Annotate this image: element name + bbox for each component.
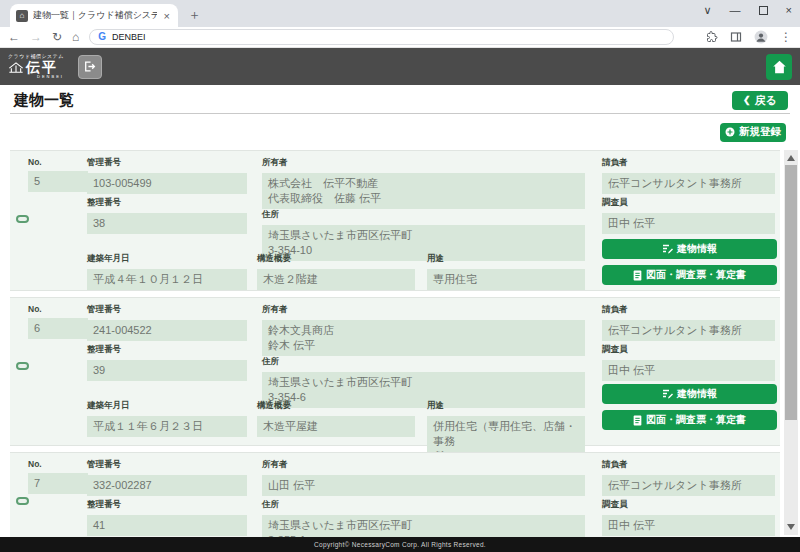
new-registration-button[interactable]: 新規登録 (720, 123, 786, 142)
no-value: 7 (28, 473, 88, 494)
reload-icon[interactable]: ↻ (52, 31, 62, 43)
logo-house-icon (8, 61, 24, 74)
reference-no-value: 41 (87, 515, 247, 536)
no-label: No. (28, 304, 88, 314)
link-icon[interactable] (16, 215, 29, 223)
investigator-value: 田中 伝平 (602, 213, 775, 234)
contractor-value: 伝平コンサルタント事務所 (602, 475, 775, 496)
page-footer: Copyright© NecessaryCom Corp. All Rights… (0, 537, 800, 552)
no-label: No. (28, 157, 88, 167)
address-label: 住所 (262, 209, 585, 221)
link-icon[interactable] (16, 497, 29, 505)
owner-value: 鈴木文具商店 鈴木 伝平 (262, 320, 585, 356)
owner-label: 所有者 (262, 304, 585, 316)
app-header: クラウド補償システム 伝平 DENBEI (0, 48, 800, 85)
investigator-value: 田中 伝平 (602, 515, 775, 536)
extensions-puzzle-icon[interactable] (706, 31, 718, 43)
management-no-value: 332-002287 (87, 475, 247, 496)
build-date-label: 建築年月日 (87, 400, 247, 412)
home-button[interactable] (766, 54, 792, 80)
reference-no-label: 整理番号 (87, 344, 247, 356)
url-text: DENBEI (112, 32, 146, 42)
management-no-label: 管理番号 (87, 459, 247, 471)
usage-value: 専用住宅 (427, 269, 585, 290)
browser-titlebar: ⌂ 建物一覧｜クラウド補償システム 伝 × ＋ ∨ — × (0, 0, 800, 27)
edit-list-icon (662, 389, 673, 399)
management-no-label: 管理番号 (87, 304, 247, 316)
record-row-2: No.6 管理番号241-004522 整理番号39 所有者鈴木文具商店 鈴木 … (10, 297, 780, 446)
build-date-label: 建築年月日 (87, 253, 247, 265)
reference-no-value: 39 (87, 360, 247, 381)
contractor-label: 請負者 (602, 304, 775, 316)
contractor-value: 伝平コンサルタント事務所 (602, 173, 775, 194)
new-tab-button[interactable]: ＋ (188, 6, 201, 27)
home-icon (772, 60, 787, 74)
app-logo: クラウド補償システム 伝平 DENBEI (8, 54, 64, 79)
copyright-text: Copyright© NecessaryCom Corp. All Rights… (314, 541, 486, 548)
structure-value: 木造２階建 (257, 269, 415, 290)
structure-label: 構造概要 (257, 400, 415, 412)
no-value: 6 (28, 318, 88, 339)
scrollbar-thumb[interactable] (785, 165, 797, 420)
list-scrollbar[interactable] (784, 150, 798, 535)
usage-label: 用途 (427, 400, 585, 412)
documents-button[interactable]: 図面・調査票・算定書 (602, 265, 777, 285)
document-icon (633, 270, 642, 281)
back-button[interactable]: ❮ 戻る (732, 91, 788, 110)
tab-close-icon[interactable]: × (162, 10, 172, 22)
page-title: 建物一覧 (14, 91, 74, 110)
structure-value: 木造平屋建 (257, 416, 415, 437)
profile-avatar-icon[interactable] (754, 30, 768, 44)
main-content: 建物一覧 ❮ 戻る 新規登録 No.5 管理番号103-005499 整理番号3… (0, 85, 800, 552)
document-icon (633, 415, 642, 426)
tab-title: 建物一覧｜クラウド補償システム 伝 (33, 9, 157, 22)
address-label: 住所 (262, 356, 585, 368)
contractor-label: 請負者 (602, 157, 775, 169)
chevron-left-icon: ❮ (743, 95, 751, 105)
logo-brand-text: 伝平 (26, 60, 58, 74)
management-no-label: 管理番号 (87, 157, 247, 169)
logout-icon (83, 60, 96, 73)
investigator-label: 調査員 (602, 197, 775, 209)
no-label: No. (28, 459, 88, 469)
reference-no-label: 整理番号 (87, 197, 247, 209)
contractor-value: 伝平コンサルタント事務所 (602, 320, 775, 341)
window-chevron-icon[interactable]: ∨ (704, 4, 712, 16)
browser-menu-icon[interactable]: ⋮ (780, 31, 792, 43)
management-no-value: 241-004522 (87, 320, 247, 341)
address-bar[interactable]: G DENBEI (89, 29, 674, 45)
side-panel-icon[interactable] (730, 31, 742, 43)
owner-value: 山田 伝平 (262, 475, 585, 496)
reference-no-value: 38 (87, 213, 247, 234)
contractor-label: 請負者 (602, 459, 775, 471)
plus-circle-icon (725, 127, 735, 137)
address-label: 住所 (262, 499, 585, 511)
window-maximize-button[interactable] (759, 6, 768, 15)
building-info-button[interactable]: 建物情報 (602, 239, 777, 259)
logo-sub-text: DENBEI (8, 75, 64, 79)
logout-button[interactable] (78, 55, 102, 79)
forward-icon[interactable]: → (30, 31, 42, 43)
owner-value: 株式会社 伝平不動産 代表取締役 佐藤 伝平 (262, 173, 585, 209)
investigator-label: 調査員 (602, 499, 775, 511)
investigator-value: 田中 伝平 (602, 360, 775, 381)
build-date-value: 平成１１年６月２３日 (87, 416, 247, 437)
investigator-label: 調査員 (602, 344, 775, 356)
browser-toolbar: ← → ↻ ⌂ G DENBEI ⋮ (0, 27, 800, 48)
window-close-button[interactable]: × (786, 4, 792, 16)
scroll-down-icon[interactable] (787, 524, 795, 530)
back-icon[interactable]: ← (8, 31, 20, 43)
browser-tab[interactable]: ⌂ 建物一覧｜クラウド補償システム 伝 × (10, 4, 178, 27)
documents-button[interactable]: 図面・調査票・算定書 (602, 410, 777, 430)
owner-label: 所有者 (262, 459, 585, 471)
link-icon[interactable] (16, 362, 29, 370)
scroll-up-icon[interactable] (787, 155, 795, 161)
google-icon: G (98, 32, 106, 42)
structure-label: 構造概要 (257, 253, 415, 265)
build-date-value: 平成４年１０月１２日 (87, 269, 247, 290)
browser-home-icon[interactable]: ⌂ (72, 31, 79, 43)
record-row-1: No.5 管理番号103-005499 整理番号38 所有者株式会社 伝平不動産… (10, 150, 780, 291)
building-info-button[interactable]: 建物情報 (602, 384, 777, 404)
window-minimize-button[interactable]: — (730, 4, 741, 16)
usage-label: 用途 (427, 253, 585, 265)
